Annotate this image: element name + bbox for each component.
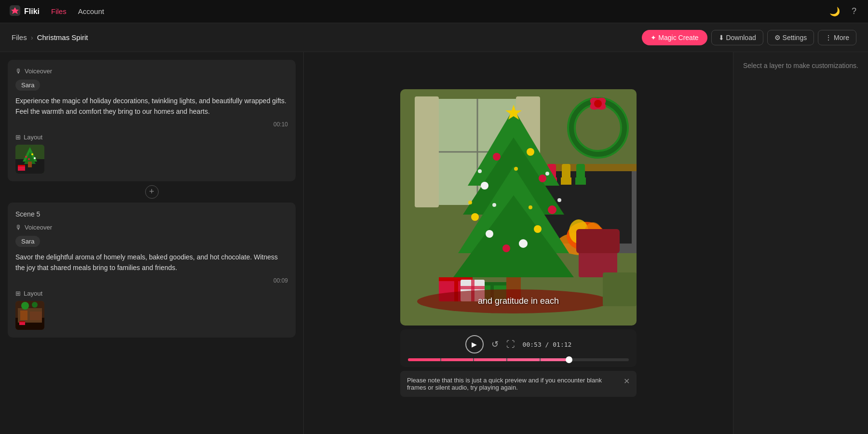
- svg-point-18: [21, 302, 29, 310]
- scene5-time: 00:09: [15, 277, 288, 284]
- svg-point-9: [28, 158, 30, 160]
- progress-thumb[interactable]: [566, 356, 572, 363]
- svg-rect-16: [20, 311, 27, 320]
- scene5-layout-label: ⊞ Layout: [15, 290, 288, 297]
- scene5-thumbnail[interactable]: [15, 301, 44, 330]
- time-display: 00:53 / 01:12: [523, 341, 572, 348]
- top-navigation: Fliki Files Account 🌙 ?: [0, 0, 868, 23]
- settings-button[interactable]: ⚙ Settings: [767, 30, 814, 45]
- notification-bar: Please note that this is just a quick pr…: [400, 371, 637, 397]
- play-button[interactable]: ▶: [465, 335, 484, 353]
- add-scene-button[interactable]: +: [8, 185, 296, 199]
- nav-files[interactable]: Files: [51, 7, 67, 15]
- breadcrumb-current: Christmas Spirit: [37, 33, 88, 41]
- svg-point-19: [32, 302, 38, 308]
- more-button[interactable]: ⋮ More: [818, 30, 856, 45]
- customization-panel: Select a layer to make customizations.: [733, 52, 868, 434]
- svg-rect-21: [19, 321, 25, 322]
- logo-icon: [10, 5, 20, 18]
- breadcrumb-separator: ›: [31, 33, 33, 41]
- scene4-voiceover-label: 🎙 Voiceover: [15, 68, 288, 75]
- nav-account[interactable]: Account: [78, 7, 104, 15]
- subheader-actions: ✦ Magic Create ⬇ Download ⚙ Settings ⋮ M…: [642, 30, 856, 45]
- help-button[interactable]: ?: [850, 4, 858, 18]
- download-button[interactable]: ⬇ Download: [711, 30, 763, 45]
- time-separator: /: [545, 341, 553, 348]
- scene4-layout-label: ⊞ Layout: [15, 134, 288, 141]
- replay-button[interactable]: ↺: [491, 339, 499, 350]
- breadcrumb: Files › Christmas Spirit: [12, 33, 88, 41]
- video-preview-panel: and gratitude in each ▶ ↺ ⛶ 00:53 / 01:1…: [304, 52, 733, 434]
- controls-row: ▶ ↺ ⛶ 00:53 / 01:12: [408, 335, 629, 353]
- scene4-thumbnail[interactable]: [15, 145, 44, 174]
- scene4-speaker-badge[interactable]: Sara: [15, 80, 40, 91]
- dark-mode-toggle[interactable]: 🌙: [827, 4, 842, 19]
- layout-icon: ⊞: [15, 134, 21, 141]
- magic-create-button[interactable]: ✦ Magic Create: [642, 30, 707, 45]
- microphone-icon: 🎙: [15, 68, 22, 75]
- layout-icon-2: ⊞: [15, 290, 21, 297]
- svg-point-7: [25, 156, 27, 158]
- scene4-time: 00:10: [15, 121, 288, 128]
- svg-rect-6: [28, 162, 32, 167]
- notification-text: Please note that this is just a quick pr…: [407, 377, 619, 391]
- video-subtitle: and gratitude in each: [400, 296, 637, 306]
- svg-rect-12: [18, 165, 25, 166]
- svg-rect-84: [400, 89, 637, 326]
- scene-4-card: 🎙 Voiceover Sara Experience the magic of…: [8, 60, 296, 181]
- video-controls: ▶ ↺ ⛶ 00:53 / 01:12: [400, 329, 637, 367]
- sub-header: Files › Christmas Spirit ✦ Magic Create …: [0, 23, 868, 52]
- current-time: 00:53: [523, 341, 542, 348]
- nav-right-actions: 🌙 ?: [827, 4, 858, 19]
- christmas-scene: and gratitude in each: [400, 89, 637, 326]
- app-name: Fliki: [24, 7, 40, 16]
- scene5-speaker-badge[interactable]: Sara: [15, 236, 40, 247]
- scene5-header: Scene 5: [15, 210, 288, 218]
- scene-5-card: Scene 5 🎙 Voiceover Sara Savor the delig…: [8, 203, 296, 338]
- scene5-voiceover-label: 🎙 Voiceover: [15, 224, 288, 231]
- add-icon: +: [145, 185, 159, 199]
- scene5-text: Savor the delightful aroma of homely mea…: [15, 252, 288, 273]
- svg-rect-17: [30, 312, 42, 320]
- notification-close-button[interactable]: ✕: [624, 377, 630, 386]
- fullscreen-button[interactable]: ⛶: [506, 339, 515, 350]
- customization-placeholder: Select a layer to make customizations.: [743, 62, 858, 69]
- app-logo[interactable]: Fliki: [10, 5, 40, 18]
- video-container: and gratitude in each: [400, 89, 637, 326]
- progress-fill: [408, 358, 569, 361]
- scene4-text: Experience the magic of holiday decorati…: [15, 95, 288, 117]
- progress-bar[interactable]: [408, 358, 629, 361]
- svg-point-10: [34, 157, 36, 159]
- breadcrumb-files[interactable]: Files: [12, 33, 27, 41]
- total-time: 01:12: [553, 341, 571, 348]
- scenes-panel: 🎙 Voiceover Sara Experience the magic of…: [0, 52, 304, 434]
- microphone-icon-2: 🎙: [15, 224, 22, 231]
- main-layout: 🎙 Voiceover Sara Experience the magic of…: [0, 52, 868, 434]
- svg-point-8: [31, 153, 33, 155]
